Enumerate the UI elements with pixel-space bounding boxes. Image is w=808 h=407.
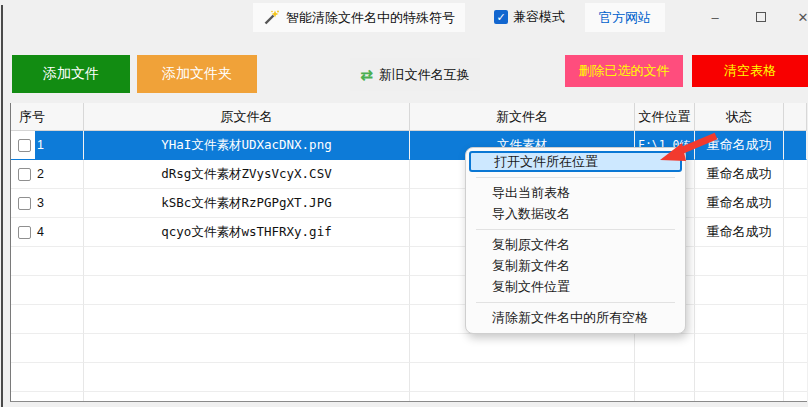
compat-mode-label: 兼容模式 (513, 8, 565, 26)
empty-cell (84, 305, 410, 334)
app-title: 智能清除文件名中的特殊符号 (286, 9, 455, 27)
empty-cell (695, 247, 784, 276)
swap-names-label: 新旧文件名互换 (379, 66, 470, 84)
checkbox-checked-icon[interactable]: ✓ (494, 10, 508, 24)
title-panel: 智能清除文件名中的特殊符号 (253, 3, 465, 32)
empty-cell (11, 392, 84, 402)
status-cell: 重命名成功 (695, 218, 784, 247)
row-checkbox[interactable] (18, 168, 31, 181)
row-number: 2 (37, 167, 44, 181)
empty-cell (695, 305, 784, 334)
index-cell: 1 (11, 131, 84, 160)
menu-item-open-file-location[interactable]: 打开文件所在位置 (469, 151, 682, 172)
maximize-icon (756, 12, 766, 22)
row-number: 1 (37, 138, 44, 152)
window-left-border (1, 5, 3, 407)
header-status[interactable]: 状态 (695, 103, 784, 131)
menu-item-copy-location[interactable]: 复制文件位置 (466, 277, 685, 297)
empty-table-row (11, 247, 807, 276)
minimize-button[interactable]: – (703, 6, 727, 28)
old-filename-cell[interactable]: qcyo文件素材wsTHFRXy.gif (84, 218, 410, 247)
empty-table-row (11, 334, 807, 363)
empty-cell (410, 334, 635, 363)
empty-table-row (11, 305, 807, 334)
header-new-name[interactable]: 新文件名 (410, 103, 635, 131)
table-row[interactable]: 4 qcyo文件素材wsTHFRXy.gif 重命名成功 (11, 218, 807, 247)
menu-item-copy-old-name[interactable]: 复制原文件名 (466, 235, 685, 255)
empty-cell (11, 247, 84, 276)
menu-separator (476, 229, 675, 230)
menu-separator (476, 177, 675, 178)
empty-table-row (11, 276, 807, 305)
empty-cell (784, 392, 807, 402)
empty-cell (695, 334, 784, 363)
close-icon: ✕ (798, 10, 808, 25)
empty-cell (84, 363, 410, 392)
header-index[interactable]: 序号 (11, 103, 84, 131)
header-old-name[interactable]: 原文件名 (84, 103, 410, 131)
header-filler (784, 103, 807, 131)
row-checkbox[interactable] (18, 226, 31, 239)
menu-item-clear-spaces[interactable]: 清除新文件名中的所有空格 (466, 308, 685, 328)
status-cell: 重命名成功 (695, 189, 784, 218)
old-filename-cell[interactable]: YHaI文件素材UDXacDNX.png (84, 131, 410, 160)
menu-item-import-rename[interactable]: 导入数据改名 (466, 204, 685, 224)
empty-cell (84, 334, 410, 363)
empty-cell (84, 276, 410, 305)
official-website-button[interactable]: 官方网站 (585, 3, 665, 32)
empty-cell (635, 363, 695, 392)
close-button[interactable]: ✕ (791, 6, 808, 28)
row-number: 4 (37, 225, 44, 239)
empty-cell (695, 392, 784, 402)
table-header-row: 序号 原文件名 新文件名 文件位置 状态 (11, 103, 807, 131)
menu-separator (476, 302, 675, 303)
swap-names-button[interactable]: ⇄ 新旧文件名互换 (350, 58, 480, 91)
red-arrow-annotation (652, 128, 724, 170)
clear-table-button[interactable]: 清空表格 (692, 55, 808, 87)
empty-cell (784, 247, 807, 276)
add-folder-button[interactable]: 添加文件夹 (137, 55, 257, 93)
index-cell: 4 (11, 218, 84, 247)
empty-cell (84, 247, 410, 276)
empty-cell (635, 392, 695, 402)
row-checkbox[interactable] (18, 197, 31, 210)
empty-cell (84, 392, 410, 402)
index-cell: 3 (11, 189, 84, 218)
filler-cell (784, 189, 807, 218)
delete-selected-button[interactable]: 删除已选的文件 (565, 55, 683, 87)
empty-cell (11, 276, 84, 305)
add-file-button[interactable]: 添加文件 (12, 55, 130, 93)
app-window: 智能清除文件名中的特殊符号 ✓ 兼容模式 官方网站 – ✕ 添加文件 添加文件夹… (0, 0, 808, 407)
empty-cell (695, 363, 784, 392)
row-checkbox[interactable] (18, 139, 31, 152)
compat-mode-checkbox[interactable]: ✓ 兼容模式 (494, 8, 565, 26)
empty-cell (11, 305, 84, 334)
empty-cell (410, 363, 635, 392)
empty-cell (695, 276, 784, 305)
old-filename-cell[interactable]: dRsg文件素材ZVysVcyX.CSV (84, 160, 410, 189)
table-row[interactable]: 3 kSBc文件素材RzPGPgXT.JPG 重命名成功 (11, 189, 807, 218)
empty-table-row (11, 392, 807, 402)
empty-cell (11, 363, 84, 392)
minimize-icon: – (711, 10, 718, 25)
filler-cell (784, 131, 807, 160)
empty-cell (784, 334, 807, 363)
empty-table-row (11, 363, 807, 392)
official-website-label: 官方网站 (599, 9, 651, 27)
empty-cell (11, 334, 84, 363)
old-filename-cell[interactable]: kSBc文件素材RzPGPgXT.JPG (84, 189, 410, 218)
context-menu: 打开文件所在位置 导出当前表格 导入数据改名 复制原文件名 复制新文件名 复制文… (465, 147, 686, 334)
maximize-button[interactable] (749, 6, 773, 28)
empty-cell (784, 276, 807, 305)
filler-cell (784, 218, 807, 247)
menu-item-copy-new-name[interactable]: 复制新文件名 (466, 256, 685, 276)
empty-cell (635, 334, 695, 363)
empty-cell (410, 392, 635, 402)
magic-wand-icon (263, 10, 279, 26)
swap-arrows-icon: ⇄ (360, 66, 373, 84)
row-number: 3 (37, 196, 44, 210)
filler-cell (784, 160, 807, 189)
header-location[interactable]: 文件位置 (635, 103, 695, 131)
menu-item-export-table[interactable]: 导出当前表格 (466, 183, 685, 203)
title-bar: 智能清除文件名中的特殊符号 ✓ 兼容模式 官方网站 – ✕ (0, 0, 808, 36)
